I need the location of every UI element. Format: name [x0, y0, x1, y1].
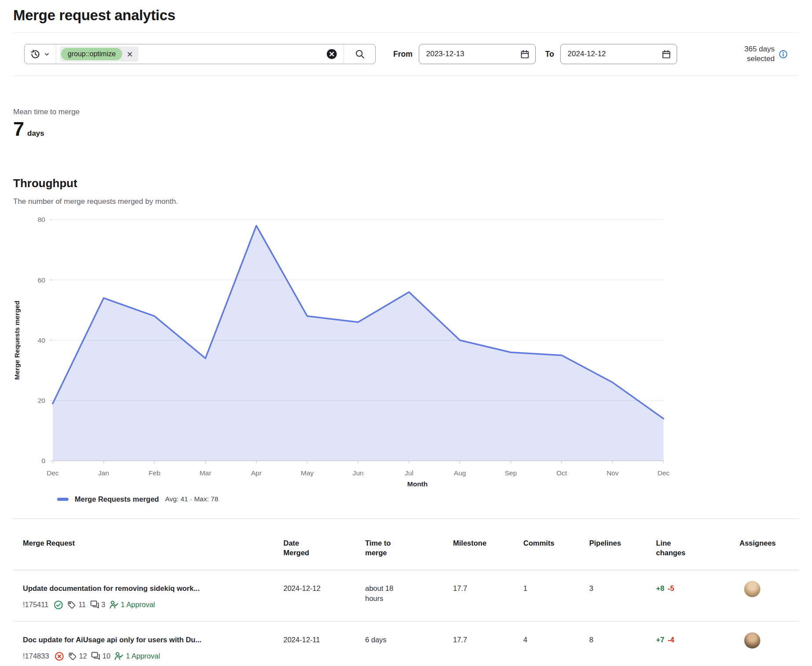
days-selected-line2: selected: [747, 54, 775, 63]
search-icon: [355, 49, 365, 59]
from-date-value: 2023-12-13: [426, 50, 464, 58]
deletions-count: -4: [668, 636, 674, 644]
svg-text:60: 60: [38, 276, 46, 284]
column-header-date-merged: Date Merged: [283, 519, 365, 570]
divider: [13, 76, 799, 76]
search-history-button[interactable]: [25, 44, 56, 64]
label-icon: [68, 652, 77, 661]
date-range-filter: From 2023-12-13 To 2024-12-12: [393, 44, 677, 64]
to-label: To: [545, 50, 554, 59]
comments-count: 3: [102, 600, 105, 610]
status-failed-icon: [54, 652, 64, 661]
merge-request-title[interactable]: Update documentation for removing sideki…: [23, 583, 266, 594]
filter-bar: group::optimize: [13, 33, 799, 76]
merge-request-cell: Update documentation for removing sideki…: [13, 570, 283, 621]
table-header-row: Merge RequestDate MergedTime to mergeMil…: [13, 519, 799, 570]
column-header-pipelines: Pipelines: [589, 519, 656, 570]
additions-count: +7: [656, 636, 664, 644]
filter-token-label: group::optimize: [61, 48, 122, 60]
column-header-commits: Commits: [523, 519, 589, 570]
approval-icon: [114, 652, 123, 661]
svg-text:Dec: Dec: [47, 469, 59, 477]
deletions-count: -5: [668, 584, 674, 592]
labels-count: 11: [78, 600, 86, 610]
merge-request-id: !175411: [23, 600, 48, 610]
merge-request-table: Merge RequestDate MergedTime to mergeMil…: [13, 518, 799, 666]
date-merged-cell: 2024-12-11: [283, 622, 365, 666]
merge-request-cell: Doc update for AiUsage api only for user…: [13, 622, 283, 666]
calendar-icon: [662, 50, 671, 59]
status-success-icon: [54, 600, 63, 610]
svg-text:Dec: Dec: [657, 469, 670, 477]
svg-text:0: 0: [41, 457, 45, 464]
mean-time-to-merge-metric: Mean time to merge 7 days: [13, 108, 799, 139]
clear-icon: [326, 48, 337, 60]
token-remove-button[interactable]: [123, 50, 137, 59]
filtered-search: group::optimize: [24, 44, 376, 64]
milestone-cell: 17.7: [453, 622, 523, 666]
time-to-merge-cell: 6 days: [365, 622, 453, 666]
throughput-chart: 020406080DecJanFebMarAprMayJunJulAugSepO…: [13, 206, 799, 492]
svg-text:80: 80: [38, 216, 46, 223]
chart-legend-item[interactable]: Merge Requests merged Avg: 41 · Max: 78: [57, 493, 799, 505]
commits-cell: 4: [523, 622, 589, 666]
svg-text:Oct: Oct: [556, 469, 567, 477]
avatar[interactable]: [744, 581, 761, 597]
pipelines-cell: 3: [589, 570, 656, 621]
additions-count: +8: [656, 584, 664, 592]
line-changes-cell: +8-5: [656, 570, 740, 621]
svg-text:Jan: Jan: [98, 469, 109, 477]
svg-text:Merge Requests merged: Merge Requests merged: [13, 300, 21, 380]
legend-swatch-icon: [57, 498, 69, 501]
approvals-badge[interactable]: 1 Approval: [114, 651, 160, 661]
svg-text:Sep: Sep: [505, 469, 517, 477]
svg-text:20: 20: [38, 397, 46, 404]
svg-text:Jul: Jul: [405, 469, 413, 477]
approvals-label: 1 Approval: [126, 651, 160, 661]
column-header-assignees: Assignees: [740, 519, 799, 570]
calendar-icon: [520, 50, 529, 59]
information-icon[interactable]: [779, 50, 788, 59]
filter-token[interactable]: group::optimize: [60, 47, 138, 62]
merge-request-id: !174833: [23, 651, 49, 661]
pipelines-cell: 8: [589, 622, 656, 666]
table-row: Doc update for AiUsage api only for user…: [13, 622, 799, 666]
legend-stats: Avg: 41 · Max: 78: [165, 495, 218, 503]
approval-icon: [109, 600, 119, 609]
assignees-cell: [740, 622, 799, 666]
table-row: Update documentation for removing sideki…: [13, 570, 799, 622]
commits-cell: 1: [523, 570, 589, 621]
avatar[interactable]: [744, 632, 761, 649]
column-header-merge-request: Merge Request: [13, 519, 283, 570]
column-header-line-changes: Line changes: [656, 519, 740, 570]
clear-search-button[interactable]: [323, 48, 340, 60]
comments-icon: [90, 600, 99, 609]
chevron-down-icon: [44, 51, 50, 58]
approvals-badge[interactable]: 1 Approval: [109, 600, 155, 610]
days-selected: 365 days selected: [744, 44, 788, 64]
date-merged-cell: 2024-12-12: [283, 570, 365, 621]
svg-text:Feb: Feb: [149, 469, 160, 477]
throughput-description: The number of merge requests merged by m…: [13, 197, 799, 206]
svg-text:May: May: [301, 469, 314, 477]
to-date-input[interactable]: 2024-12-12: [560, 44, 677, 64]
line-changes-cell: +7-4: [656, 622, 740, 666]
column-header-milestone: Milestone: [453, 519, 523, 570]
comments-icon: [91, 652, 100, 661]
metric-value: 7: [13, 119, 24, 139]
legend-label: Merge Requests merged: [75, 495, 159, 503]
days-selected-line1: 365 days: [744, 45, 775, 53]
svg-text:Aug: Aug: [454, 469, 466, 477]
search-input[interactable]: group::optimize: [56, 44, 344, 64]
labels-count: 12: [79, 651, 87, 661]
comments-count: 10: [102, 651, 110, 661]
search-submit-button[interactable]: [344, 44, 375, 64]
column-header-time-to-merge: Time to merge: [365, 519, 453, 570]
page-title: Merge request analytics: [13, 7, 799, 24]
svg-text:40: 40: [38, 337, 46, 344]
merge-request-title[interactable]: Doc update for AiUsage api only for user…: [23, 635, 266, 645]
label-icon: [67, 601, 76, 609]
history-icon: [30, 49, 40, 59]
from-date-input[interactable]: 2023-12-13: [419, 44, 536, 64]
from-label: From: [393, 50, 413, 59]
